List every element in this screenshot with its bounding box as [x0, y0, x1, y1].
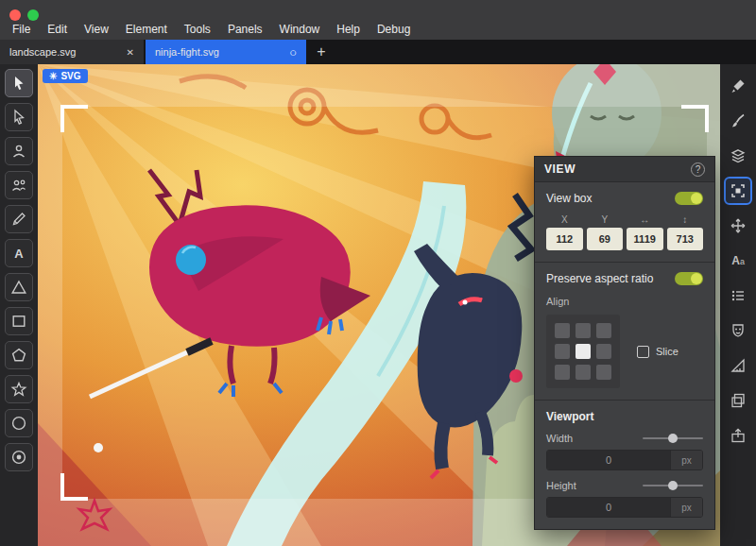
pentagon-icon: [10, 347, 27, 364]
panel-tab-stroke[interactable]: [724, 107, 752, 135]
slider-knob[interactable]: [668, 481, 678, 490]
viewport-width-slider[interactable]: [643, 437, 703, 439]
preserve-aspect-toggle[interactable]: [675, 272, 703, 285]
tab-ninja-fight[interactable]: ninja-fight.svg ○: [146, 40, 306, 64]
align-cell-mid-right[interactable]: [596, 344, 611, 359]
close-window-button[interactable]: [9, 9, 21, 21]
tool-triangle[interactable]: [5, 273, 33, 301]
left-toolbar: A: [0, 64, 38, 546]
panel-tab-fill[interactable]: [724, 72, 752, 100]
tab-landscape[interactable]: landscape.svg ✕: [0, 40, 144, 64]
bevel-triangle-icon: [730, 357, 747, 374]
tool-spiral[interactable]: [5, 443, 33, 471]
tool-ellipse[interactable]: [5, 409, 33, 437]
viewbox-x-label: X: [546, 214, 583, 225]
align-cell-top-center[interactable]: [576, 323, 591, 338]
viewbox-y-input[interactable]: 69: [587, 228, 624, 250]
tab-label: landscape.svg: [9, 46, 119, 58]
menu-item-help[interactable]: Help: [328, 21, 369, 38]
align-cell-mid-left[interactable]: [555, 344, 570, 359]
slice-label: Slice: [656, 346, 679, 357]
viewport-width-input[interactable]: 0: [547, 451, 670, 469]
viewbox-y-label: Y: [587, 214, 624, 225]
menu-item-tools[interactable]: Tools: [176, 21, 219, 38]
tool-pencil[interactable]: [5, 205, 33, 233]
viewport-width-label: Width: [546, 433, 573, 444]
brush-icon: [730, 112, 747, 129]
menubar: File Edit View Element Tools Panels Wind…: [4, 21, 419, 38]
slider-knob[interactable]: [668, 434, 678, 443]
align-cell-center[interactable]: [576, 344, 591, 359]
mask-icon: [730, 322, 747, 339]
slice-checkbox[interactable]: [637, 346, 649, 358]
panel-tab-defs[interactable]: [724, 351, 752, 380]
menu-item-window[interactable]: Window: [271, 21, 329, 38]
panel-tab-compositing[interactable]: [724, 142, 752, 170]
viewbox-frame-icon: [730, 182, 747, 199]
viewbox-width-input[interactable]: 1119: [627, 228, 663, 250]
svg-text:a: a: [740, 257, 745, 266]
tool-transform[interactable]: [5, 69, 33, 97]
viewport-section: Viewport Width 0 px Height 0 px: [535, 401, 714, 529]
right-toolbar: Aa: [720, 64, 756, 546]
panel-tab-typography[interactable]: Aa: [724, 247, 752, 275]
tab-modified-icon[interactable]: ○: [289, 46, 297, 59]
circle-icon: [10, 415, 27, 432]
tool-point[interactable]: [5, 137, 33, 165]
tool-text[interactable]: A: [5, 239, 33, 267]
help-icon[interactable]: ?: [691, 162, 705, 177]
viewbox-height-input[interactable]: 713: [667, 228, 704, 250]
svg-badge-label: SVG: [60, 71, 80, 81]
move-arrows-icon: [730, 217, 747, 234]
tool-star[interactable]: [5, 375, 33, 403]
panel-tab-arrangement[interactable]: [724, 212, 752, 240]
viewbox-width-label: ↔: [627, 214, 663, 225]
viewbox-fields: X 112 Y 69 ↔ 1119 ↕ 713: [546, 214, 703, 250]
viewbox-x-input[interactable]: 112: [546, 228, 583, 250]
triangle-icon: [10, 279, 27, 296]
tool-edit[interactable]: [5, 103, 33, 131]
tool-rectangle[interactable]: [5, 307, 33, 335]
viewport-width-unit: px: [670, 451, 702, 469]
people-icon: [10, 177, 27, 194]
transform-arrow-icon: [10, 75, 27, 92]
panel-tab-export[interactable]: [724, 421, 752, 450]
concentric-circle-icon: [10, 449, 27, 466]
align-grid: [546, 315, 620, 388]
align-cell-bottom-right[interactable]: [596, 365, 611, 380]
align-cell-top-left[interactable]: [555, 323, 570, 338]
align-cell-top-right[interactable]: [596, 323, 611, 338]
aspect-section: Preserve aspect ratio Align Slice: [535, 263, 714, 400]
tool-group[interactable]: [5, 171, 33, 199]
panel-tab-pages[interactable]: [724, 386, 752, 415]
align-cell-bottom-center[interactable]: [576, 365, 591, 380]
panel-tab-masks[interactable]: [724, 316, 752, 345]
align-cell-bottom-left[interactable]: [555, 365, 570, 380]
window-controls: [9, 9, 39, 21]
export-icon: [730, 427, 747, 444]
toggle-knob: [691, 193, 702, 204]
viewport-height-slider[interactable]: [643, 485, 703, 486]
menu-item-debug[interactable]: Debug: [369, 21, 419, 38]
menu-item-edit[interactable]: Edit: [39, 21, 76, 38]
new-tab-button[interactable]: +: [308, 40, 335, 64]
viewbox-label: View box: [546, 192, 592, 205]
menu-item-element[interactable]: Element: [117, 21, 176, 38]
menu-item-panels[interactable]: Panels: [219, 21, 271, 38]
person-icon: [10, 143, 27, 160]
tab-close-icon[interactable]: ✕: [127, 47, 134, 58]
viewport-title: Viewport: [546, 410, 703, 423]
panel-tab-objects[interactable]: [724, 282, 752, 310]
menu-item-file[interactable]: File: [4, 21, 39, 38]
panel-tab-view[interactable]: [724, 177, 752, 205]
viewport-height-input[interactable]: 0: [547, 498, 670, 517]
tab-label: ninja-fight.svg: [155, 46, 282, 58]
viewbox-toggle[interactable]: [675, 192, 703, 205]
zoom-window-button[interactable]: [27, 9, 39, 21]
menu-item-view[interactable]: View: [76, 21, 117, 38]
svg-root-badge[interactable]: ✳ SVG: [43, 69, 88, 83]
view-panel-header: VIEW ?: [535, 157, 714, 182]
tool-pentagon[interactable]: [5, 341, 33, 369]
pencil-icon: [10, 211, 27, 228]
titlebar: File Edit View Element Tools Panels Wind…: [0, 0, 756, 40]
